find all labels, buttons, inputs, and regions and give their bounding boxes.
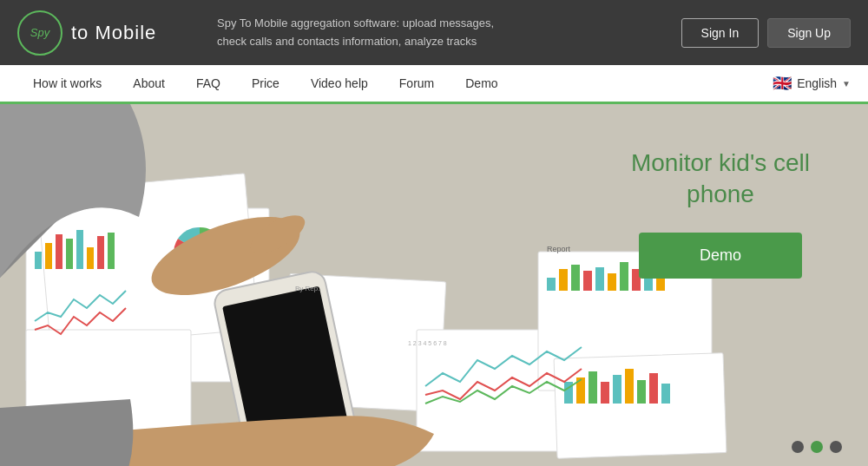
- nav-how-it-works[interactable]: How it works: [17, 64, 117, 103]
- svg-rect-10: [56, 234, 62, 269]
- svg-rect-37: [637, 380, 646, 404]
- nav-faq[interactable]: FAQ: [181, 64, 236, 103]
- nav-links: How it works About FAQ Price Video help …: [17, 64, 773, 103]
- chevron-down-icon: ▼: [842, 79, 851, 89]
- carousel-dots: [792, 441, 842, 453]
- nav-demo[interactable]: Demo: [450, 64, 513, 103]
- hero-section: Report: [0, 104, 868, 466]
- demo-button[interactable]: Demo: [639, 233, 802, 279]
- header-buttons: Sign In Sign Up: [681, 18, 851, 48]
- logo-full: to Mobile: [71, 22, 156, 43]
- svg-rect-11: [66, 239, 73, 269]
- tagline-line2: check calls and contacts information, an…: [217, 33, 681, 51]
- header-tagline: Spy To Mobile aggregation software: uplo…: [208, 15, 681, 51]
- logo-icon: Spy: [17, 10, 62, 56]
- svg-rect-24: [583, 271, 592, 291]
- header: Spy to Mobile Spy To Mobile aggregation …: [0, 0, 868, 65]
- svg-text:1 2 3 4 5 6 7 8: 1 2 3 4 5 6 7 8: [408, 340, 447, 346]
- nav-forum[interactable]: Forum: [384, 64, 450, 103]
- svg-rect-34: [601, 382, 609, 404]
- svg-rect-36: [625, 369, 634, 404]
- svg-rect-8: [35, 252, 42, 269]
- svg-rect-14: [97, 236, 104, 269]
- svg-rect-39: [661, 384, 670, 404]
- logo-title: to Mobile: [71, 22, 156, 44]
- svg-rect-35: [613, 375, 621, 404]
- hero-title: Monitor kid's cell phone: [599, 148, 842, 211]
- flag-icon: 🇬🇧: [773, 74, 792, 93]
- svg-text:Report: Report: [547, 245, 571, 253]
- logo-area: Spy to Mobile: [17, 10, 208, 56]
- svg-rect-21: [547, 278, 556, 291]
- signup-button[interactable]: Sign Up: [767, 18, 851, 48]
- svg-rect-12: [76, 230, 83, 269]
- hero-content: Monitor kid's cell phone Demo: [599, 148, 842, 279]
- nav-about[interactable]: About: [117, 64, 181, 103]
- svg-rect-33: [589, 371, 597, 404]
- svg-rect-15: [108, 233, 115, 269]
- svg-rect-9: [45, 243, 52, 269]
- svg-rect-22: [559, 269, 568, 291]
- nav-video-help[interactable]: Video help: [295, 64, 384, 103]
- svg-rect-13: [87, 247, 94, 269]
- svg-text:By Rep.: By Rep.: [295, 285, 319, 292]
- logo-spy-text: Spy: [30, 26, 49, 39]
- svg-rect-38: [649, 373, 658, 404]
- signin-button[interactable]: Sign In: [681, 18, 760, 48]
- language-selector[interactable]: 🇬🇧 English ▼: [773, 74, 851, 93]
- svg-rect-6: [554, 353, 727, 459]
- carousel-dot-2[interactable]: [811, 441, 823, 453]
- svg-rect-23: [571, 265, 580, 291]
- carousel-dot-3[interactable]: [830, 441, 842, 453]
- nav-bar: How it works About FAQ Price Video help …: [0, 65, 868, 104]
- language-label: English: [797, 76, 837, 90]
- tagline-line1: Spy To Mobile aggregation software: uplo…: [217, 15, 681, 33]
- carousel-dot-1[interactable]: [792, 441, 804, 453]
- nav-price[interactable]: Price: [236, 64, 295, 103]
